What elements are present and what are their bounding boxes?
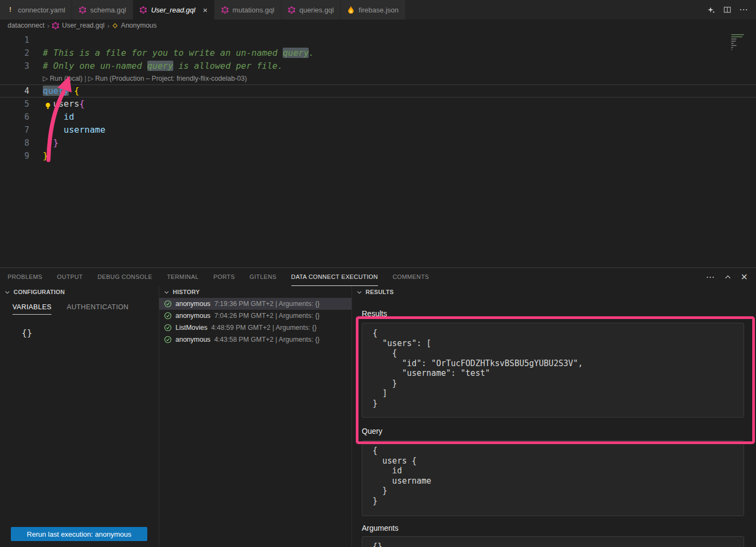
check-circle-icon xyxy=(164,324,172,331)
variables-value: {} xyxy=(22,328,159,338)
results-content: Results { "users": [ { "id": "OrTucFODZH… xyxy=(352,309,756,547)
code-line-3[interactable]: 3# Only one un-named query is allowed pe… xyxy=(0,60,756,73)
tab-label: schema.gql xyxy=(90,6,126,14)
close-tab-icon[interactable]: × xyxy=(203,6,208,14)
query-label: Query xyxy=(362,427,744,435)
bottom-panel: PROBLEMSOUTPUTDEBUG CONSOLETERMINALPORTS… xyxy=(0,268,756,547)
panel-maximize-icon[interactable] xyxy=(724,274,732,281)
symbol-icon xyxy=(112,23,118,29)
panel-more-icon[interactable]: ⋯ xyxy=(706,273,715,282)
breadcrumb-label: User_read.gql xyxy=(62,22,105,29)
history-item[interactable]: anonymous7:19:36 PM GMT+2 | Arguments: {… xyxy=(159,298,351,310)
history-item-meta: 7:04:26 PM GMT+2 | Arguments: {} xyxy=(214,312,320,320)
lightbulb-icon[interactable] xyxy=(44,100,52,108)
query-text: { users { id username } } xyxy=(362,441,744,511)
breadcrumb-label: Anonymous xyxy=(121,22,157,29)
line-number: 9 xyxy=(0,149,29,162)
editor-actions: ⋯ xyxy=(707,0,756,19)
history-header[interactable]: HISTORY xyxy=(159,286,351,298)
history-item-meta: 4:48:59 PM GMT+2 | Arguments: {} xyxy=(211,324,317,331)
configuration-header[interactable]: CONFIGURATION xyxy=(0,286,159,298)
tab-connector-yaml[interactable]: !connector.yaml xyxy=(0,0,72,19)
line-number: 8 xyxy=(0,136,29,149)
line-number: 2 xyxy=(0,47,29,60)
tab-mutations-gql[interactable]: mutations.gql xyxy=(214,0,281,19)
panel-body: CONFIGURATION VARIABLESAUTHENTICATION {}… xyxy=(0,286,756,547)
codelens-run-local[interactable]: ▷ Run (local) xyxy=(43,75,83,82)
code-line-8[interactable]: 8 } xyxy=(0,136,756,149)
split-editor-icon[interactable] xyxy=(724,6,731,14)
config-tab-authentication[interactable]: AUTHENTICATION xyxy=(67,303,128,315)
codelens: ▷ Run (local) | ▷ Run (Production – Proj… xyxy=(0,73,756,84)
results-section: RESULTS Results { "users": [ { "id": "Or… xyxy=(352,286,756,547)
tab-schema-gql[interactable]: schema.gql xyxy=(72,0,133,19)
code-line-9[interactable]: 9} xyxy=(0,149,756,162)
chevron-down-icon xyxy=(4,289,11,295)
code-line-4[interactable]: 4query { xyxy=(0,84,756,97)
breadcrumb-separator: › xyxy=(107,22,109,30)
chevron-down-icon xyxy=(164,289,171,295)
codelens-run-production[interactable]: ▷ Run (Production – Project: friendly-fl… xyxy=(88,75,247,82)
history-item[interactable]: ListMovies4:48:59 PM GMT+2 | Arguments: … xyxy=(159,322,351,334)
panel-tab-bar: PROBLEMSOUTPUTDEBUG CONSOLETERMINALPORTS… xyxy=(0,268,756,286)
breadcrumb: dataconnect›User_read.gql›Anonymous xyxy=(0,19,756,31)
configuration-tabs: VARIABLESAUTHENTICATION xyxy=(0,303,159,315)
panel-tab-problems[interactable]: PROBLEMS xyxy=(8,268,42,286)
sparkle-icon[interactable] xyxy=(707,6,715,14)
results-json: { "users": [ { "id": "OrTucFODZHTksvBSBU… xyxy=(362,323,744,413)
code-line-1[interactable]: 1 xyxy=(0,34,756,47)
query-box: { users { id username } } xyxy=(362,440,744,516)
results-header[interactable]: RESULTS xyxy=(352,286,756,298)
panel-close-icon[interactable]: ✕ xyxy=(741,273,748,282)
history-item[interactable]: anonymous7:04:26 PM GMT+2 | Arguments: {… xyxy=(159,310,351,322)
breadcrumb-separator: › xyxy=(47,22,49,30)
editor-tabs: !connector.yamlschema.gqlUser_read.gql×m… xyxy=(0,0,406,19)
panel-tab-debug-console[interactable]: DEBUG CONSOLE xyxy=(97,268,152,286)
line-number: 1 xyxy=(0,34,29,47)
tab-label: firebase.json xyxy=(359,6,399,14)
configuration-title: CONFIGURATION xyxy=(14,289,65,295)
tab-user-read-gql[interactable]: User_read.gql× xyxy=(133,0,214,19)
panel-tab-data-connect-execution[interactable]: DATA CONNECT EXECUTION xyxy=(291,268,378,286)
codelens-separator: | xyxy=(83,75,88,82)
history-section: HISTORY anonymous7:19:36 PM GMT+2 | Argu… xyxy=(159,286,352,547)
results-box: { "users": [ { "id": "OrTucFODZHTksvBSBU… xyxy=(362,323,744,418)
breadcrumb-item-anonymous[interactable]: Anonymous xyxy=(112,22,157,29)
history-item-name: ListMovies xyxy=(175,324,207,331)
breadcrumb-item-user-read-gql[interactable]: User_read.gql xyxy=(52,22,105,29)
line-number: 5 xyxy=(0,97,29,110)
panel-actions: ⋯ ✕ xyxy=(706,268,756,286)
tab-queries-gql[interactable]: queries.gql xyxy=(282,0,341,19)
more-actions-icon[interactable]: ⋯ xyxy=(739,5,748,14)
panel-tab-output[interactable]: OUTPUT xyxy=(57,268,83,286)
minimap[interactable] xyxy=(731,34,750,51)
vscode-window: !connector.yamlschema.gqlUser_read.gql×m… xyxy=(0,0,756,547)
code-line-7[interactable]: 7 username xyxy=(0,123,756,136)
line-number: 6 xyxy=(0,110,29,123)
tab-label: connector.yaml xyxy=(18,6,65,14)
panel-tab-ports[interactable]: PORTS xyxy=(213,268,235,286)
history-item-name: anonymous xyxy=(175,336,211,343)
rerun-button[interactable]: Rerun last execution: anonymous xyxy=(11,527,147,541)
code-line-6[interactable]: 6 id xyxy=(0,110,756,123)
panel-tab-gitlens[interactable]: GITLENS xyxy=(250,268,277,286)
tab-label: mutations.gql xyxy=(232,6,274,14)
config-tab-variables[interactable]: VARIABLES xyxy=(12,303,51,315)
warning-icon: ! xyxy=(6,6,14,14)
tab-firebase-json[interactable]: firebase.json xyxy=(341,0,406,19)
history-item-meta: 4:43:58 PM GMT+2 | Arguments: {} xyxy=(214,336,320,343)
code-line-5[interactable]: 5 users{ xyxy=(0,97,756,110)
breadcrumb-item-dataconnect[interactable]: dataconnect xyxy=(8,22,44,29)
history-list: anonymous7:19:36 PM GMT+2 | Arguments: {… xyxy=(159,298,351,346)
breadcrumb-label: dataconnect xyxy=(8,22,44,29)
history-item[interactable]: anonymous4:43:58 PM GMT+2 | Arguments: {… xyxy=(159,334,351,346)
configuration-section: CONFIGURATION VARIABLESAUTHENTICATION {}… xyxy=(0,286,159,547)
panel-tab-terminal[interactable]: TERMINAL xyxy=(167,268,199,286)
line-number: 4 xyxy=(0,84,29,97)
arguments-box: {} xyxy=(362,536,744,547)
code-editor[interactable]: 12# This is a file for you to write an u… xyxy=(0,31,756,268)
panel-tabs: PROBLEMSOUTPUTDEBUG CONSOLETERMINALPORTS… xyxy=(0,268,429,286)
history-item-name: anonymous xyxy=(175,300,211,308)
panel-tab-comments[interactable]: COMMENTS xyxy=(393,268,429,286)
code-line-2[interactable]: 2# This is a file for you to write an un… xyxy=(0,47,756,60)
